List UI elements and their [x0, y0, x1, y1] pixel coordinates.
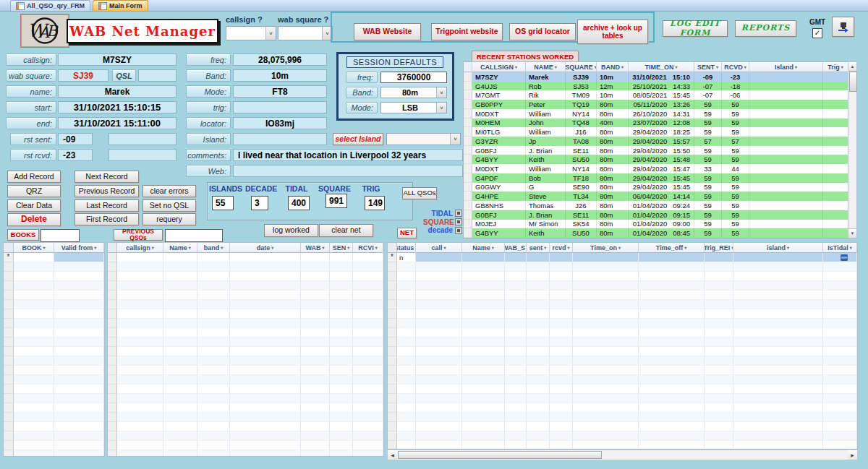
column-header[interactable]: Valid from▾ [54, 243, 104, 253]
row-selector[interactable] [108, 366, 117, 375]
filter-arrow-icon[interactable]: ▾ [492, 245, 494, 250]
recent-table-row[interactable]: M0HEMJohnTQ4840m23/07/202012:085959 [464, 119, 848, 128]
tab-main-form[interactable]: Main Form [93, 0, 148, 11]
books-search-input[interactable] [41, 229, 80, 242]
filter-arrow-icon[interactable]: ▾ [43, 245, 45, 250]
row-selector[interactable] [4, 403, 14, 413]
column-header[interactable]: Time_off▾ [639, 243, 705, 253]
log-worked-button[interactable]: log worked [264, 224, 318, 237]
end-field[interactable]: 31/10/2021 15:11:00 [58, 117, 176, 129]
row-selector[interactable] [4, 347, 14, 356]
sheet-row[interactable] [4, 291, 104, 300]
row-selector[interactable] [464, 228, 472, 238]
recent-column-header[interactable]: RCVD▾ [722, 62, 749, 72]
scroll-right-icon[interactable]: ▶ [848, 450, 857, 460]
row-selector[interactable] [464, 164, 472, 173]
row-selector[interactable] [464, 90, 472, 100]
sheet-row[interactable] [4, 300, 104, 309]
sheet-row[interactable] [388, 384, 857, 394]
recent-table-row[interactable]: G0GWYGSE9080m29/04/202015:455959 [464, 183, 848, 192]
tidal-flag-checkbox[interactable] [455, 210, 462, 217]
row-selector[interactable] [4, 319, 14, 328]
sheet-row[interactable] [4, 413, 104, 422]
row-selector[interactable] [108, 422, 117, 431]
filter-arrow-icon[interactable]: ▾ [787, 245, 789, 250]
row-selector[interactable] [388, 403, 397, 413]
row-selector[interactable] [4, 422, 14, 431]
row-selector[interactable] [388, 384, 397, 394]
sheet-row[interactable] [108, 422, 383, 431]
scroll-up-icon[interactable]: ▲ [848, 62, 856, 72]
row-selector[interactable]: * [4, 253, 14, 262]
row-selector[interactable] [108, 272, 117, 281]
column-header[interactable]: status▾ [397, 243, 416, 253]
island-field[interactable] [233, 133, 327, 145]
sheet-row[interactable] [108, 319, 383, 328]
sheet-row[interactable] [4, 366, 104, 375]
filter-arrow-icon[interactable]: ▾ [684, 245, 686, 250]
first-record-button[interactable]: First Record [75, 213, 139, 225]
sheet-row[interactable] [388, 431, 857, 441]
filter-arrow-icon[interactable]: ▾ [444, 245, 446, 250]
sheet-row[interactable] [4, 328, 104, 337]
row-selector[interactable] [4, 309, 14, 319]
row-selector[interactable] [388, 291, 397, 300]
chevron-down-icon[interactable]: ˅ [450, 134, 460, 145]
sheet-row[interactable] [108, 337, 383, 347]
row-selector[interactable] [4, 375, 14, 384]
row-selector[interactable] [108, 413, 117, 422]
tab-all-qso-qry-frm[interactable]: All_QSO_qry_FRM [10, 0, 90, 11]
sheet-row[interactable] [4, 262, 104, 272]
start-field[interactable]: 31/10/2021 15:10:15 [58, 101, 176, 113]
recent-column-header[interactable]: SENT▾ [694, 62, 722, 72]
wab-square-field[interactable]: SJ39 [58, 69, 109, 82]
column-header[interactable]: BOOK▾ [14, 243, 54, 253]
net-horizontal-scrollbar[interactable]: ◀ ▶ [387, 449, 858, 460]
column-header[interactable]: rcvd▾ [550, 243, 573, 253]
row-selector[interactable] [464, 119, 472, 128]
row-selector[interactable] [388, 319, 397, 328]
sheet-row[interactable] [108, 366, 383, 375]
sheet-row[interactable] [4, 347, 104, 356]
callsign-filter-combo[interactable]: ˅ [226, 26, 276, 40]
chevron-down-icon[interactable]: ˅ [436, 103, 446, 113]
set-no-qsl-button[interactable]: Set no QSL [142, 199, 196, 212]
row-selector[interactable] [388, 300, 397, 309]
sheet-row[interactable] [4, 337, 104, 347]
filter-arrow-icon[interactable]: ▾ [555, 64, 557, 69]
island-combo[interactable]: ˅ [386, 133, 461, 145]
column-header[interactable]: WAB_S▾ [505, 243, 527, 253]
filter-arrow-icon[interactable]: ▾ [841, 64, 843, 69]
istidal-checkbox[interactable] [841, 254, 848, 261]
filter-arrow-icon[interactable]: ▾ [744, 64, 746, 69]
sheet-row[interactable] [4, 431, 104, 441]
sheet-row[interactable] [388, 356, 857, 366]
row-selector[interactable] [464, 173, 472, 183]
row-selector[interactable]: * [388, 253, 397, 262]
rst-sent-extra-field[interactable] [109, 133, 176, 145]
freq-field[interactable]: 28,075,996 [233, 53, 327, 66]
sheet-row[interactable] [388, 309, 857, 319]
exit-button[interactable] [832, 17, 854, 37]
trig-field[interactable] [233, 101, 327, 113]
qsl-status-field[interactable] [138, 69, 176, 82]
row-selector[interactable] [108, 394, 117, 403]
row-selector[interactable] [388, 422, 397, 431]
filter-arrow-icon[interactable]: ▾ [347, 245, 349, 250]
mode-field[interactable]: FT8 [233, 85, 327, 98]
sheet-row[interactable] [4, 375, 104, 384]
filter-arrow-icon[interactable]: ▾ [544, 245, 546, 250]
last-record-button[interactable]: Last Record [75, 199, 139, 212]
delete-button[interactable]: Delete [7, 213, 61, 226]
column-header[interactable]: WAB▾ [301, 243, 330, 253]
filter-arrow-icon[interactable]: ▾ [322, 245, 324, 250]
sheet-row[interactable] [388, 337, 857, 347]
sheet-row[interactable] [108, 403, 383, 413]
row-selector[interactable] [464, 220, 472, 229]
sheet-row[interactable] [388, 375, 857, 384]
row-selector[interactable] [464, 201, 472, 210]
filter-arrow-icon[interactable]: ▾ [568, 245, 570, 250]
column-header[interactable]: SEN▾ [330, 243, 353, 253]
sheet-row[interactable] [108, 347, 383, 356]
rst-rcvd-extra-field[interactable] [109, 149, 176, 161]
